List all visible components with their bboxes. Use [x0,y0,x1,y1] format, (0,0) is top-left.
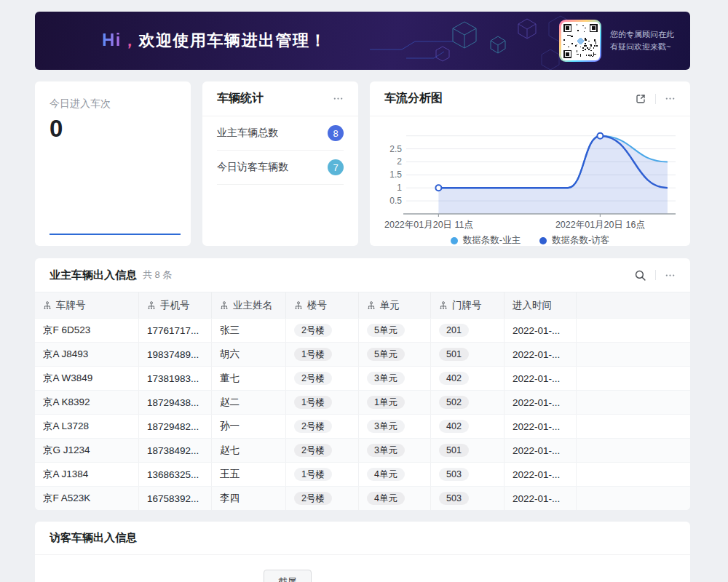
column-header-label: 楼号 [307,299,327,312]
vehicle-stats-title: 车辆统计 [217,91,264,106]
qr-caption-line2: 有疑问欢迎来戳~ [610,41,674,53]
cell-time: 2022-01-... [505,415,577,438]
visitor-table-title: 访客车辆出入信息 [50,531,137,545]
cell-name: 董七 [212,367,286,390]
sitemap-icon [439,301,448,310]
cell-time: 2022-01-... [505,343,577,366]
cell-unit: 3单元 [359,415,431,438]
legend-item[interactable]: 数据条数-访客 [539,234,609,247]
screenshot-button[interactable]: 截屏 [264,570,312,582]
table-more-button[interactable] [665,270,676,281]
cell-filler [577,391,690,414]
cell-name: 王五 [212,463,286,486]
cell-building: 2号楼 [286,487,359,510]
cell-building: 2号楼 [286,439,359,462]
unit-tag: 3单元 [367,444,405,458]
cell-unit: 4单元 [359,463,431,486]
cell-door: 501 [431,343,505,366]
unit-tag: 4单元 [367,468,405,482]
owner-table-title: 业主车辆出入信息 [50,268,137,282]
sitemap-icon [43,301,52,310]
stats-row: 今日进入车次 0 车辆统计 业主车辆总数8今日访客车辆数7 车流分析图 [35,81,690,246]
unit-tag: 5单元 [367,348,405,362]
column-header-label: 进入时间 [513,299,552,312]
cell-filler [577,487,690,510]
column-header-3[interactable]: 业主姓名 [212,292,286,318]
search-icon [634,269,646,282]
banner-greeting-hi: Hi [102,30,122,49]
cell-unit: 3单元 [359,439,431,462]
stat-item-badge: 8 [328,125,344,141]
door-tag: 503 [439,492,469,506]
svg-text:1: 1 [397,183,402,193]
chart-expand-button[interactable] [635,93,646,105]
banner-consultant-block: 您的专属顾问在此 有疑问欢迎来戳~ [559,20,674,62]
table-row: 京F A523K16758392...李四2号楼4单元5032022-01-..… [35,486,690,510]
cell-phone: 19837489... [139,343,212,366]
banner-title: Hi，欢迎使用车辆进出管理！ [102,30,327,52]
cell-building: 2号楼 [286,319,359,342]
column-header-7[interactable]: 进入时间 [505,292,577,318]
svg-text:2022年01月20日 11点: 2022年01月20日 11点 [384,220,473,230]
cell-building: 2号楼 [286,367,359,390]
cell-time: 2022-01-... [505,439,577,462]
column-header-6[interactable]: 门牌号 [431,292,505,318]
cell-door: 502 [431,391,505,414]
column-header-4[interactable]: 楼号 [286,292,359,318]
cell-unit: 3单元 [359,367,431,390]
vehicle-stats-more-button[interactable] [333,93,344,104]
door-tag: 501 [439,348,469,362]
building-tag: 1号楼 [294,468,332,482]
cell-name: 李四 [212,487,286,510]
stat-item: 今日访客车辆数7 [217,151,344,185]
table-row: 京A J849319837489...胡六1号楼5单元5012022-01-..… [35,342,690,366]
traffic-chart: 0.511.522.52022年01月20日 11点2022年01月20日 16… [370,116,690,247]
cell-door: 503 [431,463,505,486]
cell-name: 张三 [212,319,286,342]
cell-door: 503 [431,487,505,510]
table-row: 京A W384917381983...董七2号楼3单元4022022-01-..… [35,366,690,390]
cell-phone: 17761717... [139,319,212,342]
chart-more-button[interactable] [665,93,676,104]
legend-dot [539,237,547,244]
building-tag: 1号楼 [294,396,332,410]
legend-dot [451,237,458,244]
cell-phone: 18729438... [139,391,212,414]
stat-item: 业主车辆总数8 [217,116,344,151]
table-row: 京A K839218729438...赵二1号楼1单元5022022-01-..… [35,390,690,414]
door-tag: 503 [439,468,469,482]
cell-door: 201 [431,319,505,342]
sitemap-icon [294,301,303,310]
qr-code [559,20,601,62]
column-header-2[interactable]: 手机号 [139,292,212,318]
column-header-filler [577,292,690,318]
column-header-1[interactable]: 车牌号 [35,292,139,318]
expand-icon [635,93,646,105]
more-icon [665,270,676,281]
cell-building: 1号楼 [286,391,359,414]
cell-name: 胡六 [212,343,286,366]
cell-filler [577,439,690,462]
cell-time: 2022-01-... [505,367,577,390]
banner-decoration-cubes [355,12,574,70]
cell-plate: 京A L3728 [35,415,139,438]
header-divider [655,270,656,280]
cell-plate: 京A K8392 [35,391,139,414]
cell-plate: 京A J1384 [35,463,139,486]
cell-unit: 1单元 [359,391,431,414]
owner-table-title-row: 业主车辆出入信息 共 8 条 [35,258,690,292]
qr-code-pattern [563,24,598,58]
table-row: 京A J138413686325...王五1号楼4单元5032022-01-..… [35,462,690,486]
cell-plate: 京F 6D523 [35,319,139,342]
chart-legend: 数据条数-业主数据条数-访客 [381,234,678,247]
table-search-button[interactable] [634,269,646,282]
cell-unit: 5单元 [359,343,431,366]
visitor-vehicles-card: 访客车辆出入信息 截屏 [35,522,690,582]
cell-time: 2022-01-... [505,463,577,486]
column-header-5[interactable]: 单元 [359,292,431,318]
legend-item[interactable]: 数据条数-业主 [451,234,521,247]
cell-name: 赵七 [212,439,286,462]
unit-tag: 5单元 [367,324,405,338]
traffic-chart-card: 车流分析图 0.511.522.52022年01月20日 11点2022年01月… [370,81,690,246]
cell-time: 2022-01-... [505,391,577,414]
